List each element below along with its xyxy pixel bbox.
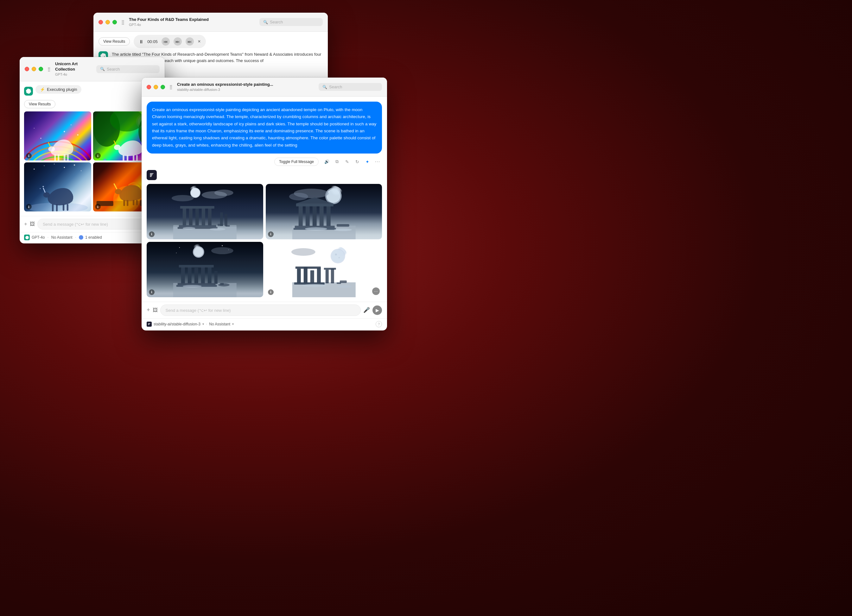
expr-model-chevron[interactable]: ▾ bbox=[202, 322, 204, 326]
temple-img2-info[interactable]: ℹ bbox=[268, 231, 273, 237]
unicorn-separator: · bbox=[47, 235, 48, 240]
expr-user-message: Create an ominous expressionist-style pa… bbox=[152, 106, 376, 149]
svg-rect-38 bbox=[52, 204, 53, 211]
rewind-icon[interactable]: ⏮ bbox=[162, 38, 170, 45]
svg-point-77 bbox=[210, 228, 225, 230]
audio-close-icon[interactable]: ✕ bbox=[198, 39, 201, 44]
svg-rect-52 bbox=[127, 200, 128, 206]
unicorn-message-input[interactable]: Send a message (⌥↩ for new line) bbox=[43, 222, 108, 227]
svg-point-26 bbox=[114, 145, 121, 150]
expr-search-icon: 🔍 bbox=[322, 85, 327, 89]
svg-rect-41 bbox=[67, 204, 68, 211]
unicorn-image-1[interactable]: ℹ bbox=[24, 111, 91, 161]
pause-icon[interactable]: ⏸ bbox=[139, 39, 144, 44]
unicorn-search-placeholder: Search bbox=[107, 67, 120, 72]
svg-rect-110 bbox=[201, 266, 205, 284]
svg-point-30 bbox=[33, 169, 35, 170]
close-button[interactable] bbox=[98, 20, 103, 24]
svg-rect-79 bbox=[225, 225, 230, 227]
expr-voice-icon[interactable]: 🎤 bbox=[363, 307, 370, 313]
forward30-icon[interactable]: ⏭ bbox=[186, 38, 194, 45]
svg-point-118 bbox=[183, 285, 202, 288]
svg-point-1 bbox=[24, 146, 91, 161]
temple-img4-info[interactable]: ℹ bbox=[268, 289, 273, 295]
more-btn[interactable]: ··· bbox=[373, 157, 382, 166]
unicorn-assistant-label[interactable]: No Assistant bbox=[51, 235, 73, 239]
svg-point-76 bbox=[183, 227, 195, 229]
svg-rect-97 bbox=[336, 224, 349, 227]
temple-image-1[interactable]: ℹ bbox=[147, 184, 263, 239]
svg-point-12 bbox=[63, 131, 65, 132]
unicorn-model-label[interactable]: GPT-4o bbox=[32, 235, 45, 239]
expr-minimize-button[interactable] bbox=[154, 85, 158, 89]
toggle-full-message-btn[interactable]: Toggle Full Message bbox=[274, 158, 319, 166]
rd-view-results[interactable]: View Results bbox=[98, 38, 130, 45]
unicorn-attach-icon[interactable]: + bbox=[24, 221, 27, 227]
temple-img3-info[interactable]: ℹ bbox=[149, 289, 154, 295]
expr-assistant-chevron[interactable]: ▾ bbox=[232, 322, 234, 326]
sound-btn[interactable]: 🔊 bbox=[322, 157, 331, 166]
expr-model-label[interactable]: stability-ai/stable-diffusion-3 bbox=[154, 322, 201, 326]
unicorn-search-bar[interactable]: 🔍 Search bbox=[96, 65, 160, 73]
unicorn-image-3[interactable]: ℹ bbox=[24, 163, 91, 211]
unicorn-image-icon[interactable]: 🖼 bbox=[30, 221, 35, 227]
svg-point-34 bbox=[74, 164, 75, 166]
temple-image-2[interactable]: ℹ bbox=[266, 184, 382, 239]
svg-point-104 bbox=[176, 253, 177, 253]
edit-btn[interactable]: ✎ bbox=[343, 157, 352, 166]
svg-point-46 bbox=[113, 186, 140, 211]
expr-assistant-label[interactable]: No Assistant bbox=[209, 322, 230, 326]
svg-point-62 bbox=[215, 190, 233, 196]
svg-point-101 bbox=[179, 247, 180, 248]
svg-rect-71 bbox=[180, 206, 215, 209]
rd-search-bar[interactable]: 🔍 Search bbox=[260, 18, 323, 26]
expr-image-icon[interactable]: 🖼 bbox=[153, 307, 158, 313]
temple-img1-info[interactable]: ℹ bbox=[149, 231, 154, 237]
svg-line-56 bbox=[114, 184, 117, 189]
temple-img4-more[interactable]: ··· bbox=[372, 288, 380, 295]
maximize-button[interactable] bbox=[112, 20, 117, 24]
svg-rect-113 bbox=[179, 265, 214, 268]
temple-image-4[interactable]: ℹ ··· bbox=[266, 242, 382, 297]
svg-point-44 bbox=[42, 186, 44, 187]
expr-attach-icon[interactable]: + bbox=[147, 307, 150, 313]
audio-time: 00:05 bbox=[147, 39, 158, 44]
svg-rect-51 bbox=[123, 200, 125, 206]
expr-send-btn[interactable]: ▶ bbox=[373, 306, 382, 315]
svg-rect-78 bbox=[218, 224, 223, 226]
unicorn-maximize-button[interactable] bbox=[39, 67, 43, 71]
unicorn-close-button[interactable] bbox=[25, 67, 29, 71]
svg-rect-39 bbox=[56, 204, 57, 211]
expr-help-icon[interactable]: ? bbox=[376, 321, 382, 327]
stability-icon bbox=[147, 170, 157, 180]
rd-window-title: The Four Kinds of R&D Teams Explained bbox=[129, 17, 209, 23]
expr-message-input[interactable]: Send a message (⌥↩ for new line) bbox=[166, 308, 231, 313]
unicorn-img1-info[interactable]: ℹ bbox=[26, 153, 32, 158]
svg-rect-117 bbox=[220, 283, 224, 285]
svg-point-42 bbox=[43, 192, 50, 197]
unicorn-img2-info[interactable]: ℹ bbox=[95, 153, 101, 158]
minimize-button[interactable] bbox=[106, 20, 110, 24]
svg-rect-139 bbox=[336, 282, 341, 284]
svg-point-127 bbox=[291, 248, 315, 256]
search-icon: 🔍 bbox=[263, 20, 268, 24]
svg-rect-130 bbox=[304, 267, 307, 283]
add-btn[interactable]: ✦ bbox=[363, 157, 372, 166]
expr-close-button[interactable] bbox=[147, 85, 151, 89]
svg-rect-107 bbox=[181, 267, 185, 284]
controls-icon: ⣿ bbox=[121, 20, 124, 25]
svg-point-105 bbox=[211, 247, 233, 254]
expr-search-bar[interactable]: 🔍 Search bbox=[319, 83, 382, 91]
unicorn-view-results[interactable]: View Results bbox=[24, 100, 56, 108]
expr-maximize-button[interactable] bbox=[160, 85, 165, 89]
unicorn-minimize-button[interactable] bbox=[32, 67, 36, 71]
svg-rect-22 bbox=[122, 155, 124, 161]
copy-btn[interactable]: ⧉ bbox=[332, 157, 341, 166]
svg-point-33 bbox=[81, 171, 82, 171]
forward15-icon[interactable]: ⏭ bbox=[174, 38, 182, 45]
temple-image-3[interactable]: ℹ bbox=[147, 242, 263, 297]
unicorn-img3-info[interactable]: ℹ bbox=[26, 204, 32, 209]
refresh-btn[interactable]: ↻ bbox=[353, 157, 362, 166]
unicorn-img4-info[interactable]: ℹ bbox=[95, 204, 101, 209]
unicorn-tools-label[interactable]: 1 enabled bbox=[85, 235, 102, 239]
